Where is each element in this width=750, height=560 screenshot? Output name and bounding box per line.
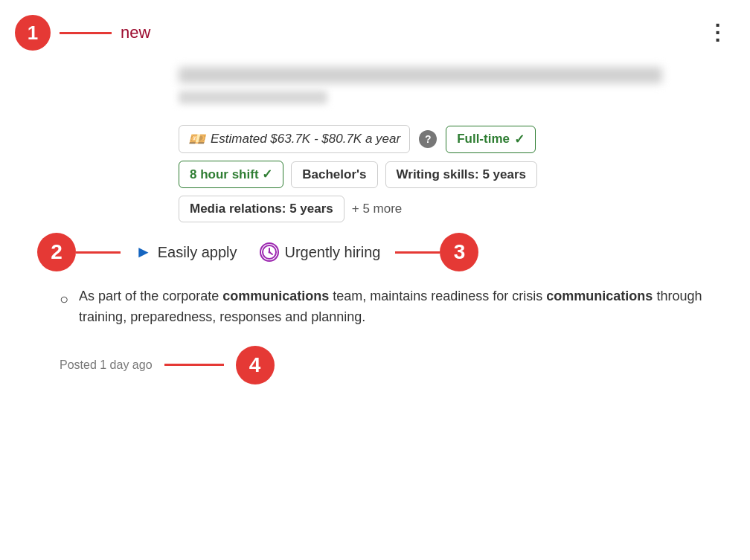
- badge-1: 1: [15, 15, 51, 51]
- tag-writing-skills: Writing skills: 5 years: [385, 161, 537, 188]
- posted-date: Posted 1 day ago: [60, 358, 153, 372]
- description-section: ○ As part of the corporate communication…: [15, 286, 735, 328]
- blurred-title-line-2: [179, 91, 327, 104]
- salary-icon: 💴: [188, 131, 205, 147]
- fulltime-label: Full-time: [457, 132, 510, 147]
- urgently-hiring: Urgently hiring: [260, 242, 381, 262]
- more-options-button[interactable]: ⋮: [701, 19, 735, 46]
- line-connector-3: [395, 251, 440, 254]
- fulltime-check: ✓: [514, 132, 525, 147]
- skill-tags-row-1: 8 hour shift ✓ Bachelor's Writing skills…: [179, 161, 735, 188]
- header-row: 1 new ⋮: [15, 15, 735, 51]
- line-connector-2: [76, 251, 121, 254]
- blurred-title-area: [179, 59, 735, 112]
- badge-4: 4: [236, 346, 275, 384]
- svg-point-3: [268, 251, 270, 254]
- tag-label-shift: 8 hour shift: [190, 167, 259, 181]
- line-connector-4: [164, 364, 224, 366]
- description-item: ○ As part of the corporate communication…: [60, 286, 735, 328]
- salary-row: 💴 Estimated $63.7K - $80.7K a year ? Ful…: [179, 125, 735, 153]
- new-badge-area: 1 new: [15, 15, 150, 51]
- salary-text: Estimated $63.7K - $80.7K a year: [211, 132, 400, 147]
- urgently-hiring-label: Urgently hiring: [285, 244, 381, 261]
- line-connector-1: [60, 32, 112, 34]
- blurred-title-line-1: [179, 67, 662, 83]
- more-tags-link[interactable]: + 5 more: [352, 202, 403, 216]
- shift-check: ✓: [262, 167, 272, 181]
- posted-row: Posted 1 day ago 4: [15, 346, 735, 384]
- arrow-icon: ►: [135, 242, 152, 262]
- clock-icon: [260, 242, 279, 262]
- tag-8-hour-shift: 8 hour shift ✓: [179, 161, 283, 188]
- bullet-icon: ○: [60, 288, 68, 328]
- help-circle[interactable]: ?: [419, 130, 437, 148]
- badge-3: 3: [440, 233, 478, 271]
- tag-bachelors: Bachelor's: [291, 161, 377, 188]
- easily-apply-label: Easily apply: [158, 244, 237, 261]
- tags-section: 💴 Estimated $63.7K - $80.7K a year ? Ful…: [15, 125, 735, 222]
- skill-tags-row-2: Media relations: 5 years + 5 more: [179, 196, 735, 222]
- apply-row: 2 ► Easily apply Urgently hiring 3: [15, 233, 735, 271]
- badge-2: 2: [37, 233, 76, 271]
- easily-apply[interactable]: ► Easily apply: [135, 242, 237, 262]
- job-card: 1 new ⋮ 💴 Estimated $63.7K - $80.7K a ye…: [0, 0, 750, 399]
- salary-badge: 💴 Estimated $63.7K - $80.7K a year: [179, 125, 410, 153]
- tag-media-relations: Media relations: 5 years: [179, 196, 344, 222]
- new-label: new: [121, 23, 150, 42]
- description-text: As part of the corporate communications …: [79, 286, 735, 328]
- fulltime-badge: Full-time ✓: [446, 126, 536, 153]
